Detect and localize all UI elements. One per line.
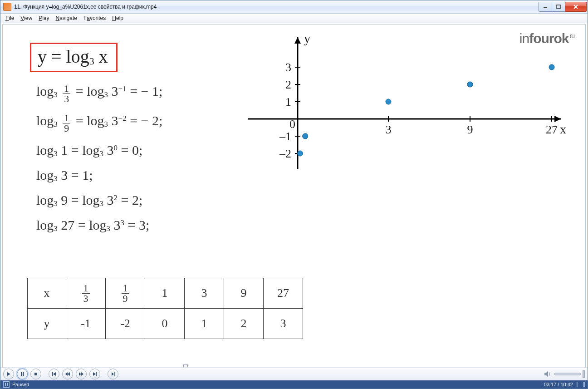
prev-track-button[interactable] [49, 369, 59, 379]
close-button[interactable] [565, 2, 587, 12]
titlebar[interactable]: 11. Функция y=log_a%U2061x,ее свойства и… [0, 0, 588, 14]
minimize-button[interactable] [539, 2, 552, 12]
svg-text:27: 27 [546, 123, 558, 136]
eq-line: log3 13 = log3 3−1 = − 1; [36, 84, 162, 104]
window-title: 11. Функция y=log_a%U2061x,ее свойства и… [14, 4, 157, 10]
menu-help[interactable]: Help [109, 14, 127, 22]
slide-content: infourokru y = log3 x log3 13 = log3 3−1… [3, 25, 585, 367]
svg-rect-43 [96, 372, 97, 376]
maximize-button[interactable] [552, 2, 565, 12]
value-table: x 13 19 1 3 9 27 y -1 -2 0 1 2 3 [27, 278, 303, 339]
player-controls [0, 367, 588, 380]
svg-marker-44 [112, 372, 114, 376]
pause-button[interactable] [17, 369, 28, 379]
rewind-button[interactable] [62, 369, 73, 379]
eq-line: log3 3 = 1; [36, 167, 162, 183]
log-plot: yx0–2–11233927 [248, 33, 565, 178]
svg-text:3: 3 [285, 61, 291, 74]
svg-rect-48 [7, 383, 8, 386]
volume-max-icon [583, 370, 585, 378]
svg-rect-47 [5, 383, 6, 386]
table-row: x 13 19 1 3 9 27 [28, 278, 303, 309]
svg-marker-40 [79, 372, 81, 376]
status-text: Paused [12, 382, 29, 387]
svg-text:2: 2 [285, 78, 291, 91]
table-row: y -1 -2 0 1 2 3 [28, 309, 303, 339]
svg-marker-38 [65, 372, 68, 376]
svg-point-27 [298, 151, 303, 156]
svg-rect-35 [34, 373, 37, 375]
svg-rect-33 [21, 372, 22, 376]
eq-line: log3 1 = log3 30 = 0; [36, 143, 162, 158]
svg-rect-36 [52, 372, 53, 376]
svg-marker-41 [81, 372, 83, 376]
app-icon [3, 3, 11, 11]
svg-rect-45 [114, 372, 115, 376]
svg-text:–1: –1 [279, 130, 291, 143]
status-end-icon [577, 382, 585, 387]
svg-point-28 [303, 133, 308, 139]
eq-line: log3 19 = log3 3−2 = − 2; [36, 113, 162, 133]
forward-button[interactable] [76, 369, 87, 379]
svg-marker-5 [554, 116, 561, 122]
main-equation: y = log3 x [30, 43, 118, 72]
svg-marker-7 [294, 37, 301, 44]
eq-line: log3 27 = log3 33 = 3; [36, 217, 162, 233]
status-pause-icon [3, 381, 10, 388]
stop-button[interactable] [30, 369, 41, 379]
volume-icon[interactable] [544, 370, 552, 378]
svg-point-29 [386, 99, 391, 104]
menubar: File View Play Navigate Favorites Help [0, 14, 588, 23]
svg-text:–2: –2 [279, 147, 291, 160]
status-bar: Paused 03:17 / 10:42 [0, 380, 588, 389]
svg-rect-1 [557, 5, 560, 9]
next-track-button[interactable] [89, 369, 100, 379]
time-display: 03:17 / 10:42 [544, 382, 573, 387]
volume-slider[interactable] [554, 373, 581, 375]
menu-file[interactable]: File [2, 14, 17, 22]
svg-text:9: 9 [467, 123, 473, 136]
eq-line: log3 9 = log3 32 = 2; [36, 192, 162, 208]
svg-marker-42 [93, 372, 96, 376]
svg-text:y: y [304, 31, 310, 45]
svg-marker-37 [53, 372, 56, 376]
menu-play[interactable]: Play [35, 14, 52, 22]
menu-navigate[interactable]: Navigate [53, 14, 80, 22]
menu-favorites[interactable]: Favorites [80, 14, 109, 22]
svg-text:x: x [560, 122, 566, 136]
svg-rect-34 [23, 372, 24, 376]
window-frame: 11. Функция y=log_a%U2061x,ее свойства и… [0, 0, 588, 389]
equation-lines: log3 13 = log3 3−1 = − 1; log3 19 = log3… [36, 84, 162, 242]
svg-text:1: 1 [285, 95, 291, 108]
step-button[interactable] [108, 369, 118, 379]
svg-marker-39 [68, 372, 70, 376]
video-canvas[interactable]: infourokru y = log3 x log3 13 = log3 3−1… [2, 24, 586, 368]
svg-marker-32 [7, 372, 10, 376]
svg-text:3: 3 [386, 123, 392, 136]
svg-text:0: 0 [289, 118, 295, 131]
svg-point-31 [549, 64, 554, 70]
play-button[interactable] [3, 369, 14, 379]
svg-point-30 [467, 82, 473, 87]
svg-marker-46 [544, 371, 548, 377]
menu-view[interactable]: View [17, 14, 35, 22]
